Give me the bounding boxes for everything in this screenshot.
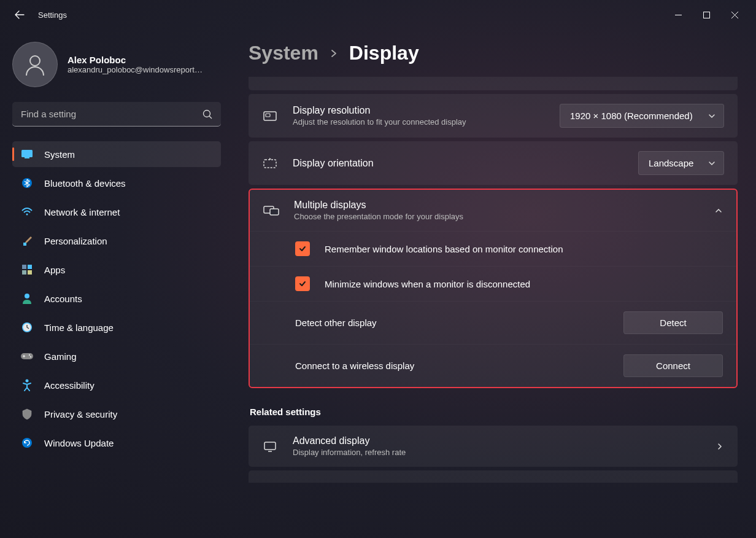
svg-rect-22 [264, 160, 276, 168]
bluetooth-icon [21, 177, 33, 189]
app-title: Settings [38, 10, 67, 20]
sidebar-item-system[interactable]: System [12, 141, 221, 167]
close-button[interactable] [720, 5, 749, 25]
check-icon [298, 279, 307, 288]
search-input[interactable] [12, 102, 221, 127]
resolution-card[interactable]: Display resolution Adjust the resolution… [249, 94, 738, 138]
gamepad-icon [21, 350, 33, 362]
sidebar-item-label: Privacy & security [44, 409, 117, 419]
back-arrow-icon [15, 10, 25, 20]
close-icon [731, 12, 738, 18]
user-email: alexandru_poloboc@windowsreport… [68, 65, 202, 74]
wifi-icon [21, 206, 33, 218]
detect-display-row: Detect other display Detect [250, 302, 736, 345]
sidebar-item-accounts[interactable]: Accounts [12, 286, 221, 311]
svg-point-19 [22, 438, 32, 448]
orientation-title: Display orientation [293, 158, 623, 169]
advanced-display-icon [262, 439, 278, 454]
person-icon [23, 52, 47, 77]
breadcrumb-parent[interactable]: System [249, 42, 318, 64]
maximize-button[interactable] [692, 5, 720, 25]
chevron-right-icon [330, 49, 338, 58]
resolution-sub: Adjust the resolution to fit your connec… [293, 117, 545, 127]
sidebar-item-bluetooth-devices[interactable]: Bluetooth & devices [12, 170, 221, 196]
svg-rect-10 [22, 270, 26, 275]
chevron-up-icon [714, 206, 723, 215]
multiple-displays-card: Multiple displays Choose the presentatio… [249, 189, 738, 388]
svg-point-1 [30, 56, 40, 66]
sidebar-item-accessibility[interactable]: Accessibility [12, 372, 221, 398]
update-icon [21, 437, 33, 449]
chevron-down-icon [708, 112, 716, 120]
check-icon [298, 244, 307, 253]
sidebar-item-label: Time & language [44, 322, 114, 333]
remember-locations-row[interactable]: Remember window locations based on monit… [250, 232, 736, 267]
connect-button[interactable]: Connect [623, 354, 723, 377]
sidebar-item-label: Personalization [44, 236, 107, 246]
advanced-sub: Display information, refresh rate [293, 448, 701, 457]
advanced-title: Advanced display [293, 435, 701, 446]
advanced-display-card[interactable]: Advanced display Display information, re… [249, 426, 738, 467]
minimize-button[interactable] [664, 5, 692, 25]
svg-rect-0 [703, 12, 709, 18]
back-button[interactable] [7, 2, 32, 27]
sidebar-item-personalization[interactable]: Personalization [12, 228, 221, 254]
orientation-icon [262, 156, 278, 171]
minimize-on-disconnect-row[interactable]: Minimize windows when a monitor is disco… [250, 267, 736, 302]
svg-rect-21 [266, 114, 270, 117]
sidebar-item-label: Windows Update [44, 438, 114, 448]
svg-rect-24 [270, 209, 279, 215]
multiple-sub: Choose the presentation mode for your di… [294, 212, 700, 221]
orientation-card[interactable]: Display orientation Landscape [249, 141, 738, 185]
sidebar-item-label: System [44, 149, 75, 160]
sidebar-item-label: Apps [44, 265, 65, 275]
connect-label: Connect to a wireless display [295, 361, 609, 371]
sidebar-item-label: Accessibility [44, 380, 94, 391]
monitor-icon [21, 148, 33, 160]
shield-icon [21, 408, 33, 420]
svg-point-17 [30, 356, 31, 357]
multiple-displays-header[interactable]: Multiple displays Choose the presentatio… [250, 190, 736, 232]
sidebar-item-label: Network & internet [44, 207, 120, 217]
detect-label: Detect other display [295, 318, 609, 328]
card-partial [249, 77, 738, 90]
sidebar-item-privacy-security[interactable]: Privacy & security [12, 401, 221, 427]
svg-rect-8 [22, 265, 26, 269]
sidebar-item-network-internet[interactable]: Network & internet [12, 199, 221, 225]
sidebar-item-label: Bluetooth & devices [44, 178, 126, 189]
related-heading: Related settings [250, 407, 738, 417]
sidebar-item-windows-update[interactable]: Windows Update [12, 430, 221, 456]
checkbox-checked[interactable] [295, 241, 310, 256]
svg-rect-9 [28, 265, 32, 269]
card-partial-bottom [249, 470, 738, 483]
svg-rect-3 [21, 150, 33, 157]
svg-point-12 [25, 294, 29, 298]
user-block[interactable]: Alex Poloboc alexandru_poloboc@windowsre… [12, 29, 221, 102]
breadcrumb-current: Display [349, 42, 419, 64]
avatar [12, 42, 58, 87]
sidebar-item-gaming[interactable]: Gaming [12, 343, 221, 369]
svg-point-6 [26, 214, 28, 216]
apps-icon [21, 263, 33, 276]
svg-point-16 [29, 354, 30, 356]
remember-locations-label: Remember window locations based on monit… [325, 244, 563, 254]
sidebar-item-apps[interactable]: Apps [12, 257, 221, 283]
brush-icon [21, 235, 33, 247]
svg-rect-25 [264, 442, 276, 450]
svg-rect-4 [25, 157, 29, 158]
detect-button[interactable]: Detect [623, 311, 723, 334]
svg-point-2 [204, 111, 210, 117]
search-icon [202, 109, 212, 119]
minimize-disconnect-label: Minimize windows when a monitor is disco… [325, 279, 530, 289]
accessibility-icon [21, 379, 33, 391]
checkbox-checked[interactable] [295, 276, 310, 291]
user-name: Alex Poloboc [68, 55, 202, 65]
minimize-icon [675, 12, 682, 18]
sidebar-item-time-language[interactable]: Time & language [12, 314, 221, 340]
resolution-dropdown[interactable]: 1920 × 1080 (Recommended) [560, 104, 724, 128]
breadcrumb: System Display [249, 42, 738, 64]
svg-rect-7 [23, 243, 26, 246]
multiple-title: Multiple displays [294, 200, 700, 211]
orientation-dropdown[interactable]: Landscape [638, 151, 724, 175]
svg-rect-11 [28, 270, 32, 275]
